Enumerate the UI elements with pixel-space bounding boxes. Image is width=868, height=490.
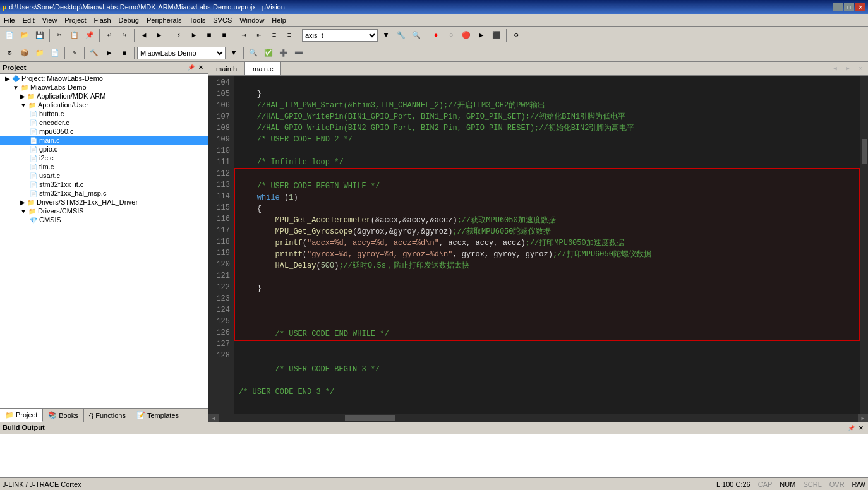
tb2-b3[interactable]: 📁 [33, 46, 47, 60]
tb-b5[interactable]: ≡ [267, 28, 281, 42]
tab-project[interactable]: 📁 Project [0, 409, 43, 422]
tb-run[interactable]: ● [429, 28, 443, 42]
tb-b1[interactable]: ⚡ [172, 28, 186, 42]
tb2-b7[interactable]: ▶ [102, 46, 116, 60]
tree-item-encoder[interactable]: 📄 encoder.c [0, 118, 208, 127]
tb-b10[interactable]: ▶ [474, 28, 488, 42]
tb-outdent[interactable]: ⇤ [252, 28, 266, 42]
folder-icon5: 📁 [28, 208, 36, 215]
expand-icon: ▶ [5, 75, 10, 82]
tb-b4[interactable]: ◼ [217, 28, 231, 42]
tree-item-i2c[interactable]: 📄 i2c.c [0, 153, 208, 162]
hscroll-left[interactable]: ◀ [208, 414, 219, 422]
tb-indent[interactable]: ⇥ [237, 28, 251, 42]
editor-nav-right[interactable]: ▶ [843, 64, 853, 74]
menu-window[interactable]: Window [236, 15, 268, 25]
status-position: L:100 C:26 [716, 481, 750, 488]
tab-main-c[interactable]: main.c [245, 62, 281, 75]
tb2-b2[interactable]: 📦 [18, 46, 32, 60]
tree-label: Application/User [38, 101, 88, 109]
tb2-b5[interactable]: ✎ [68, 46, 81, 60]
build-pin[interactable]: 📌 [847, 424, 855, 433]
tb-paste[interactable]: 📌 [83, 28, 97, 42]
tb-back[interactable]: ◀ [137, 28, 151, 42]
tb-new[interactable]: 📄 [3, 28, 16, 42]
tb2-b10[interactable]: ✅ [262, 46, 275, 60]
menu-edit[interactable]: Edit [19, 15, 39, 25]
tb-settings[interactable]: ⚙ [509, 28, 523, 42]
tb-b6[interactable]: ≡ [282, 28, 296, 42]
tb-fwd[interactable]: ▶ [152, 28, 166, 42]
tb-stop[interactable]: ○ [444, 28, 458, 42]
tb-save[interactable]: 💾 [33, 28, 47, 42]
menu-file[interactable]: File [0, 15, 19, 25]
menu-svcs[interactable]: SVCS [209, 15, 236, 25]
tb2-b1[interactable]: ⚙ [3, 46, 16, 60]
tree-item-cmsis[interactable]: 💎 CMSIS [0, 215, 208, 224]
sidebar-title: Project [3, 64, 26, 71]
tree-item-mpu[interactable]: 📄 mpu6050.c [0, 127, 208, 136]
menu-peripherals[interactable]: Peripherals [143, 15, 186, 25]
tb-b9[interactable]: 🔍 [409, 28, 423, 42]
tree-item-project[interactable]: ▶ 🔷 Project: MiaowLabs-Demo [0, 74, 208, 83]
tb2-b4[interactable]: 📄 [48, 46, 62, 60]
tb-undo[interactable]: ↩ [102, 28, 116, 42]
build-close[interactable]: ✕ [857, 424, 865, 433]
tb2-b8[interactable]: ◼ [118, 46, 131, 60]
tb-b7[interactable]: ▼ [379, 28, 393, 42]
tree-item-drivers-hal[interactable]: ▶ 📁 Drivers/STM32F1xx_HAL_Driver [0, 198, 208, 206]
tb-dbg[interactable]: 🔴 [459, 28, 473, 42]
tb-cut[interactable]: ✂ [52, 28, 66, 42]
tb-open[interactable]: 📂 [18, 28, 32, 42]
tree-item-mdk[interactable]: ▶ 📁 Application/MDK-ARM [0, 92, 208, 100]
tree-item-tim[interactable]: 📄 tim.c [0, 162, 208, 171]
scroll-thumb-v[interactable] [862, 139, 867, 164]
menu-project[interactable]: Project [61, 15, 90, 25]
folder-icon3: 📁 [28, 102, 36, 109]
tree-item-usart[interactable]: 📄 usart.c [0, 171, 208, 180]
tb2-b6[interactable]: 🔨 [87, 46, 101, 60]
sidebar-pin[interactable]: 📌 [186, 63, 195, 72]
tree-item-gpio[interactable]: 📄 gpio.c [0, 145, 208, 153]
tb-b8[interactable]: 🔧 [394, 28, 408, 42]
tab-books[interactable]: 📚 Books [43, 409, 84, 422]
tb-b11[interactable]: ⬛ [490, 28, 503, 42]
horizontal-scrollbar[interactable]: ◀ ▶ [208, 414, 868, 422]
tb2-b9[interactable]: 🔍 [246, 46, 260, 60]
code-editor[interactable]: } //HAL_TIM_PWM_Start(&htim3,TIM_CHANNEL… [234, 76, 860, 414]
tree-item-main[interactable]: 📄 main.c [0, 136, 208, 145]
tree-item-button[interactable]: 📄 button.c [0, 109, 208, 118]
tb-copy[interactable]: 📋 [68, 28, 81, 42]
tb-b2[interactable]: ▶ [187, 28, 201, 42]
minimize-button[interactable]: — [833, 3, 843, 11]
tree-item-appuser[interactable]: ▼ 📁 Application/User [0, 100, 208, 109]
sidebar-close[interactable]: ✕ [196, 63, 205, 72]
tb2-dropdown[interactable]: ▼ [227, 46, 241, 60]
tb2-b11[interactable]: ➕ [277, 46, 291, 60]
tree-item-drivers-cmsis[interactable]: ▼ 📁 Drivers/CMSIS [0, 206, 208, 215]
hscroll-thumb[interactable] [345, 415, 395, 421]
tree-item-miaowlabs[interactable]: ▼ 📁 MiaowLabs-Demo [0, 83, 208, 92]
hscroll-track[interactable] [219, 414, 858, 422]
menu-view[interactable]: View [39, 15, 61, 25]
project-combo[interactable]: MiaowLabs-Demo [137, 47, 226, 59]
tb-b3[interactable]: ◼ [202, 28, 216, 42]
menu-debug[interactable]: Debug [115, 15, 143, 25]
tab-functions[interactable]: {} Functions [84, 409, 131, 422]
close-button[interactable]: ✕ [855, 3, 865, 11]
tb-redo[interactable]: ↪ [118, 28, 131, 42]
hscroll-right[interactable]: ▶ [858, 414, 868, 422]
tab-templates[interactable]: 📝 Templates [131, 409, 184, 422]
menu-flash[interactable]: Flash [90, 15, 115, 25]
vertical-scrollbar[interactable] [860, 76, 868, 414]
tree-item-stm32msp[interactable]: 📄 stm32f1xx_hal_msp.c [0, 189, 208, 198]
tree-item-stm32it[interactable]: 📄 stm32f1xx_it.c [0, 180, 208, 189]
tab-main-h[interactable]: main.h [208, 62, 245, 75]
maximize-button[interactable]: □ [844, 3, 854, 11]
editor-close[interactable]: ✕ [855, 64, 865, 74]
editor-nav-left[interactable]: ◀ [830, 64, 840, 74]
menu-tools[interactable]: Tools [186, 15, 210, 25]
tb2-b12[interactable]: ➖ [292, 46, 306, 60]
menu-help[interactable]: Help [268, 15, 290, 25]
target-combo[interactable]: axis_t [302, 29, 378, 42]
